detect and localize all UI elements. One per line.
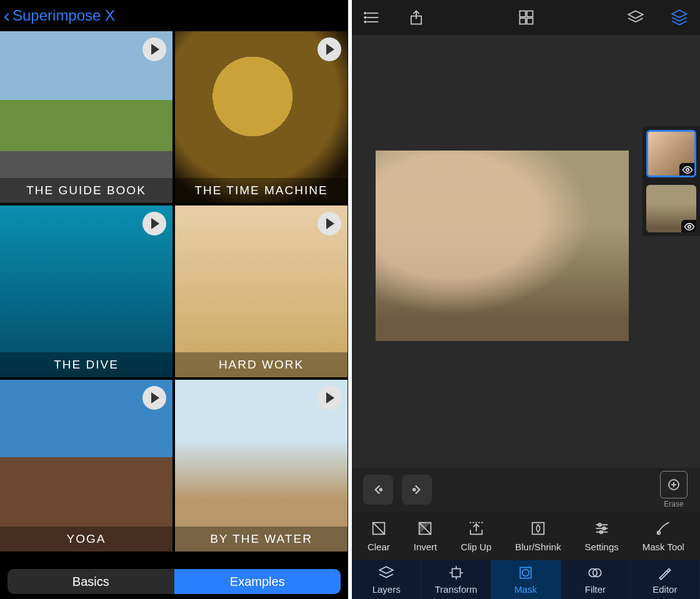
grid-icon[interactable] — [517, 8, 536, 27]
top-toolbar — [352, 0, 700, 35]
clear-icon — [370, 520, 388, 539]
play-icon[interactable] — [142, 386, 166, 410]
tab-label: Filter — [585, 584, 606, 595]
svg-point-5 — [364, 21, 366, 22]
tutorial-tile[interactable]: THE DIVE — [0, 205, 172, 377]
tab-filter[interactable]: Filter — [561, 560, 630, 599]
svg-point-16 — [380, 488, 382, 490]
segment-control[interactable]: Basics Examples — [8, 569, 341, 594]
layer-thumbnail[interactable] — [646, 130, 696, 177]
settings-button[interactable]: Settings — [585, 520, 619, 552]
tool-label: Blur/Shrink — [515, 542, 561, 552]
play-icon[interactable] — [318, 386, 341, 410]
tab-label: Transform — [435, 584, 478, 595]
tab-transform[interactable]: Transform — [421, 560, 491, 599]
mask-icon — [518, 565, 534, 583]
tab-label: Mask — [514, 584, 537, 595]
erase-mode-button[interactable]: Erase — [659, 471, 689, 508]
mask-tools-toolbar: ClearInvertClip UpBlur/ShrinkSettingsMas… — [352, 512, 700, 560]
svg-rect-9 — [527, 11, 532, 17]
svg-line-44 — [667, 571, 668, 572]
svg-point-15 — [688, 225, 691, 229]
layer-panel — [642, 126, 700, 236]
invert-button[interactable]: Invert — [414, 520, 438, 552]
clipup-icon — [468, 520, 485, 539]
tool-label: Clip Up — [461, 542, 491, 552]
back-chevron-icon[interactable]: ‹ — [4, 5, 10, 26]
nav-bar: ‹ Superimpose X — [0, 0, 348, 31]
erase-label: Erase — [664, 500, 683, 508]
svg-rect-11 — [527, 18, 532, 24]
play-icon[interactable] — [142, 37, 166, 61]
svg-point-33 — [658, 532, 661, 535]
tutorial-tile[interactable]: THE GUIDE BOOK — [0, 31, 172, 203]
tutorial-tile[interactable]: HARD WORK — [175, 205, 348, 377]
tab-label: Editor — [652, 584, 677, 595]
back-title[interactable]: Superimpose X — [12, 7, 115, 24]
svg-point-14 — [686, 169, 689, 172]
svg-marker-12 — [628, 11, 642, 19]
segment-examples[interactable]: Examples — [174, 569, 341, 594]
svg-marker-13 — [672, 10, 686, 17]
svg-rect-35 — [452, 569, 460, 577]
visibility-eye-icon[interactable] — [681, 220, 696, 232]
svg-marker-34 — [379, 567, 393, 573]
tile-caption: YOGA — [0, 527, 172, 552]
bottom-tabs: LayersTransformMaskFilterEditor — [352, 560, 700, 599]
tool-label: Mask Tool — [642, 542, 684, 552]
clipup-button[interactable]: Clip Up — [461, 520, 491, 552]
tutorial-tile[interactable]: BY THE WATER — [175, 380, 348, 552]
masktool-icon — [654, 520, 672, 539]
segment-basics[interactable]: Basics — [8, 569, 174, 594]
masktool-button[interactable]: Mask Tool — [642, 520, 684, 552]
tutorial-tile[interactable]: YOGA — [0, 380, 172, 552]
settings-icon — [593, 520, 611, 539]
transform-icon — [448, 565, 464, 583]
tool-label: Invert — [414, 542, 438, 552]
editor-icon — [657, 565, 673, 583]
filter-icon — [587, 565, 603, 583]
tile-caption: BY THE WATER — [175, 527, 348, 552]
layers-tab-icon — [378, 565, 394, 583]
stack-icon[interactable] — [626, 8, 645, 27]
layer-thumbnail[interactable] — [646, 185, 696, 232]
list-icon[interactable] — [363, 8, 382, 27]
blur-button[interactable]: Blur/Shrink — [515, 520, 561, 552]
invert-icon — [416, 520, 434, 539]
tool-label: Settings — [585, 542, 619, 552]
play-icon[interactable] — [318, 212, 341, 235]
svg-point-3 — [364, 12, 366, 14]
play-icon[interactable] — [142, 212, 166, 235]
layers-icon[interactable] — [670, 8, 689, 27]
redo-button[interactable] — [402, 475, 432, 505]
tutorial-grid: THE GUIDE BOOK THE TIME MACHINE THE DIVE… — [0, 31, 348, 552]
tab-editor[interactable]: Editor — [631, 560, 700, 599]
tile-caption: THE GUIDE BOOK — [0, 178, 172, 203]
tile-caption: THE DIVE — [0, 352, 172, 377]
visibility-eye-icon[interactable] — [679, 163, 696, 177]
svg-rect-8 — [519, 11, 525, 17]
blur-icon — [529, 520, 547, 539]
canvas-area[interactable] — [352, 35, 700, 518]
editor-screen: Erase ClearInvertClip UpBlur/ShrinkSetti… — [352, 0, 700, 599]
history-bar: Erase — [352, 468, 700, 512]
svg-point-17 — [413, 488, 415, 490]
tutorial-gallery-screen: ‹ Superimpose X THE GUIDE BOOK THE TIME … — [0, 0, 348, 599]
share-icon[interactable] — [407, 8, 426, 27]
tutorial-tile[interactable]: THE TIME MACHINE — [175, 31, 348, 203]
tool-label: Clear — [368, 542, 390, 552]
svg-point-4 — [364, 17, 366, 18]
play-icon[interactable] — [318, 37, 341, 61]
tab-label: Layers — [372, 584, 401, 595]
clear-button[interactable]: Clear — [368, 520, 390, 552]
tile-caption: THE TIME MACHINE — [175, 178, 348, 203]
svg-rect-10 — [519, 18, 525, 24]
svg-line-22 — [373, 523, 385, 535]
tab-layers[interactable]: Layers — [352, 560, 421, 599]
undo-button[interactable] — [363, 475, 393, 505]
tab-mask[interactable]: Mask — [491, 560, 561, 599]
canvas-image[interactable] — [376, 151, 629, 341]
svg-point-41 — [522, 570, 529, 577]
tile-caption: HARD WORK — [175, 352, 348, 377]
